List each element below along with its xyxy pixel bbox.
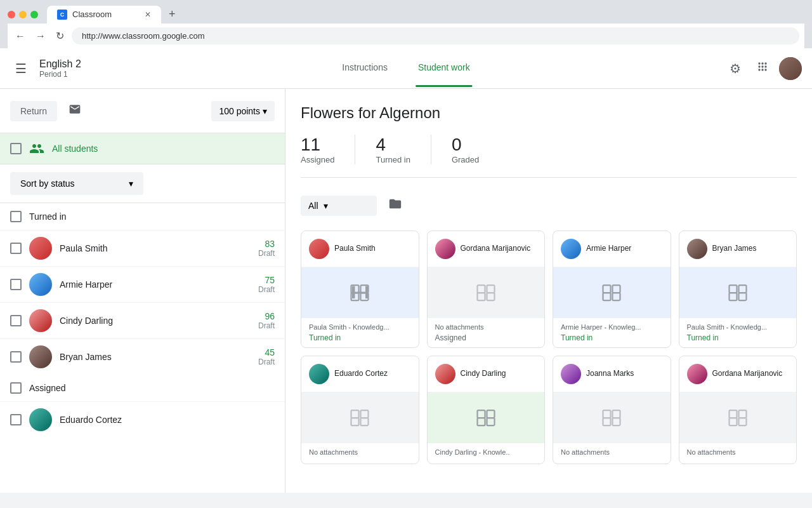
no-attachment-icon xyxy=(600,406,623,429)
bryan-name: Bryan James xyxy=(60,352,251,362)
card-thumbnail-eduardo xyxy=(301,392,419,443)
svg-rect-7 xyxy=(487,293,494,300)
active-tab[interactable]: C Classroom ✕ xyxy=(47,6,161,23)
filter-dropdown[interactable]: All ▾ xyxy=(301,196,377,216)
turned-in-label: Turned in xyxy=(29,211,67,222)
student-row[interactable]: Paula Smith 83 Draft xyxy=(0,230,285,266)
card-header: Gordana Marijanovic xyxy=(428,231,545,267)
points-dropdown[interactable]: 100 points ▾ xyxy=(211,101,275,121)
stat-turned-in: 4 Turned in xyxy=(376,135,431,164)
apps-button[interactable] xyxy=(751,55,774,81)
card-footer-armie: Armie Harper - Knowleg... Turned in xyxy=(553,318,671,347)
student-card-armie[interactable]: Armie Harper Armie Harper - Knowleg... T… xyxy=(553,231,671,348)
forward-button[interactable]: → xyxy=(33,28,48,44)
attachment-icon xyxy=(475,406,497,429)
filter-all-label: All xyxy=(308,201,318,211)
student-row[interactable]: Cindy Darling 96 Draft xyxy=(0,302,285,338)
svg-rect-4 xyxy=(477,285,485,293)
svg-rect-22 xyxy=(477,418,485,425)
student-card-joanna[interactable]: Joanna Marks No attachments xyxy=(553,356,671,464)
card-file-name-gordana: No attachments xyxy=(435,323,537,331)
class-name: English 2 xyxy=(39,58,81,70)
paula-checkbox[interactable] xyxy=(10,243,22,254)
student-card-bryan[interactable]: Bryan James Paula Smith - Knowledg... Tu… xyxy=(679,231,797,348)
svg-rect-11 xyxy=(613,293,620,300)
stat-assigned-label: Assigned xyxy=(301,155,334,164)
student-card-eduardo[interactable]: Eduardo Cortez No attachments xyxy=(301,356,419,464)
all-students-row[interactable]: All students xyxy=(0,133,285,164)
tab-close-button[interactable]: ✕ xyxy=(145,10,151,19)
svg-rect-18 xyxy=(351,418,359,425)
card-avatar-armie xyxy=(561,239,581,259)
sort-dropdown-icon: ▾ xyxy=(129,178,133,189)
student-card-gordana[interactable]: Gordana Marijanovic No attachments Assig… xyxy=(427,231,546,348)
card-status-bryan: Turned in xyxy=(687,333,789,342)
class-info: English 2 Period 1 xyxy=(39,58,81,79)
card-header: Joanna Marks xyxy=(553,356,671,392)
turned-in-checkbox[interactable] xyxy=(10,211,22,222)
new-tab-button[interactable]: + xyxy=(164,5,181,23)
menu-icon[interactable]: ☰ xyxy=(10,56,32,81)
return-button[interactable]: Return xyxy=(10,101,57,121)
card-avatar-gordana2 xyxy=(687,364,707,384)
card-status-paula: Turned in xyxy=(309,333,411,342)
svg-rect-12 xyxy=(729,285,737,293)
armie-checkbox[interactable] xyxy=(10,279,22,290)
student-row[interactable]: Eduardo Cortez xyxy=(0,401,285,438)
cindy-grade-num: 96 xyxy=(258,311,275,321)
student-card-cindy[interactable]: Cindy Darling Cindy Darling - Knowle.. xyxy=(427,356,546,464)
armie-name: Armie Harper xyxy=(60,279,251,290)
card-footer-bryan: Paula Smith - Knowledg... Turned in xyxy=(679,318,797,347)
attachment-icon xyxy=(600,281,623,304)
reload-button[interactable]: ↻ xyxy=(53,27,67,44)
email-button[interactable] xyxy=(65,99,85,123)
assigned-checkbox[interactable] xyxy=(10,382,22,394)
maximize-dot[interactable] xyxy=(30,11,38,18)
card-header: Gordana Marijanovic xyxy=(679,356,797,392)
card-thumbnail-gordana xyxy=(428,267,545,318)
cindy-name: Cindy Darling xyxy=(60,316,251,326)
stat-graded-number: 0 xyxy=(452,135,462,155)
eduardo-name: Eduardo Cortez xyxy=(60,415,275,425)
header-right: ⚙ xyxy=(724,55,802,81)
student-card-gordana2[interactable]: Gordana Marijanovic No attachments xyxy=(679,356,797,464)
card-header: Eduardo Cortez xyxy=(301,356,419,392)
all-students-checkbox[interactable] xyxy=(10,143,22,154)
card-header: Bryan James xyxy=(679,231,797,267)
eduardo-checkbox[interactable] xyxy=(10,414,22,425)
card-name-joanna: Joanna Marks xyxy=(586,369,634,379)
address-bar[interactable]: http://www.classroom.google.com xyxy=(72,27,799,44)
sidebar-toolbar: Return 100 points ▾ xyxy=(0,89,285,133)
user-avatar[interactable] xyxy=(779,57,802,80)
student-row[interactable]: Armie Harper 75 Draft xyxy=(0,266,285,302)
svg-rect-14 xyxy=(729,293,737,300)
card-file-name-joanna: No attachments xyxy=(561,448,663,456)
folder-button[interactable] xyxy=(384,193,406,218)
tab-favicon: C xyxy=(57,10,67,20)
card-footer-gordana: No attachments Assigned xyxy=(428,318,545,347)
sort-row: Sort by status ▾ xyxy=(0,164,285,203)
stat-graded-label: Graded xyxy=(452,155,479,164)
svg-rect-21 xyxy=(487,410,494,418)
settings-button[interactable]: ⚙ xyxy=(724,56,746,81)
close-dot[interactable] xyxy=(8,11,15,18)
cindy-checkbox[interactable] xyxy=(10,315,22,326)
cards-grid: Paula Smith Paula Smith - Knowledg... Tu… xyxy=(301,231,797,464)
svg-rect-16 xyxy=(351,410,359,418)
sidebar: Return 100 points ▾ All students Sort by… xyxy=(0,89,285,493)
nav-student-work[interactable]: Student work xyxy=(416,50,473,87)
student-card-paula[interactable]: Paula Smith Paula Smith - Knowledg... Tu… xyxy=(301,231,419,348)
minimize-dot[interactable] xyxy=(19,11,27,18)
back-button[interactable]: ← xyxy=(13,28,28,44)
nav-instructions[interactable]: Instructions xyxy=(339,50,390,87)
card-avatar-eduardo xyxy=(309,364,329,384)
all-students-label: All students xyxy=(52,144,98,154)
card-thumbnail-cindy xyxy=(428,392,545,443)
attachment-icon xyxy=(348,281,371,304)
svg-rect-8 xyxy=(603,285,611,293)
stat-assigned: 11 Assigned xyxy=(301,135,355,164)
bryan-grade-label: Draft xyxy=(258,358,275,366)
student-row[interactable]: Bryan James 45 Draft xyxy=(0,338,285,375)
bryan-checkbox[interactable] xyxy=(10,351,22,363)
sort-dropdown[interactable]: Sort by status ▾ xyxy=(10,172,143,195)
